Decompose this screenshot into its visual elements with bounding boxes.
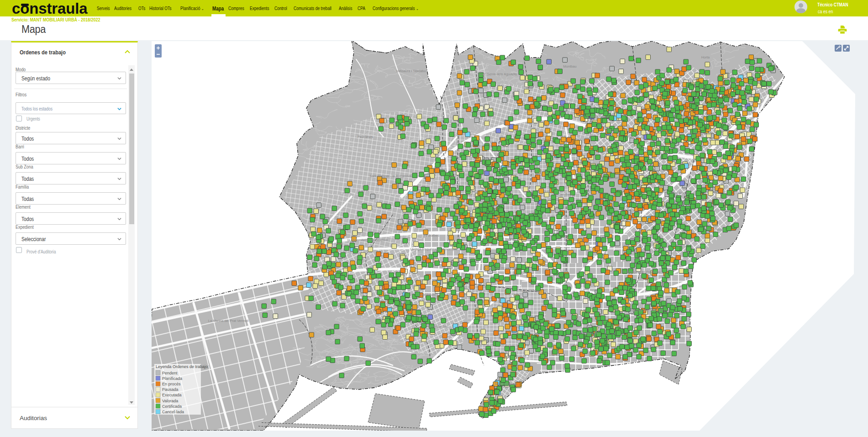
svg-text:Cancel·lada: Cancel·lada (162, 410, 184, 414)
svg-text:Sant Antoni: Sant Antoni (418, 293, 436, 297)
svg-text:la Font: la Font (609, 176, 620, 180)
svg-text:La Marina del Prat Vermell: La Marina del Prat Vermell (208, 319, 249, 323)
svg-text:Montbau: Montbau (563, 64, 576, 68)
svg-text:la Trinitat Nova: la Trinitat Nova (689, 132, 713, 136)
svg-text:Pendent: Pendent (162, 371, 178, 375)
svg-text:Leyenda Ordenes de trabajo:: Leyenda Ordenes de trabajo: (156, 364, 209, 369)
svg-text:El Poble Sec: El Poble Sec (429, 325, 448, 329)
svg-text:Can Baró: Can Baró (558, 192, 573, 196)
svg-text:el Bon Pastor: el Bon Pastor (704, 227, 725, 232)
svg-text:Canyelles: Canyelles (718, 103, 733, 107)
svg-text:Pausada: Pausada (162, 387, 179, 392)
svg-text:la Dreta de l'Eixample: la Dreta de l'Eixample (484, 266, 517, 270)
svg-text:la Barceloneta: la Barceloneta (495, 382, 517, 386)
svg-text:la Vall d'Hebron: la Vall d'Hebron (586, 115, 610, 119)
svg-text:el Poblenou: el Poblenou (580, 331, 598, 335)
svg-text:Planificada: Planificada (162, 376, 182, 381)
svg-text:Sant Genís dels Agudells: Sant Genís dels Agudells (479, 72, 517, 76)
svg-text:la Clota: la Clota (606, 128, 618, 132)
svg-text:Valorada: Valorada (162, 399, 178, 403)
svg-text:Sant Andreu: Sant Andreu (671, 191, 689, 195)
svg-text:Executada: Executada (162, 393, 182, 397)
svg-text:la Maternitat i Sant Ramon: la Maternitat i Sant Ramon (347, 238, 388, 242)
svg-text:Certificada: Certificada (162, 404, 182, 409)
svg-text:Diagonal Mar i el Front: Diagonal Mar i el Front (629, 308, 664, 312)
svg-text:Pedralbes: Pedralbes (424, 233, 439, 237)
svg-text:el Raval: el Raval (480, 338, 492, 342)
svg-text:En procés: En procés (162, 382, 181, 386)
svg-text:Valldaura i Tibidabo: Valldaura i Tibidabo (396, 69, 426, 73)
svg-text:Horta: Horta (701, 55, 710, 59)
svg-text:l'Antiga Esquerra de l'Eixampl: l'Antiga Esquerra de l'Eixample (410, 247, 457, 251)
svg-text:Pedralbes: Pedralbes (358, 135, 373, 139)
svg-text:el Fort Pienc: el Fort Pienc (522, 289, 542, 293)
svg-text:Sant Gervasi - la Bonanova: Sant Gervasi - la Bonanova (369, 174, 412, 178)
svg-text:Provençals del Poblenou: Provençals del Poblenou (623, 270, 661, 274)
